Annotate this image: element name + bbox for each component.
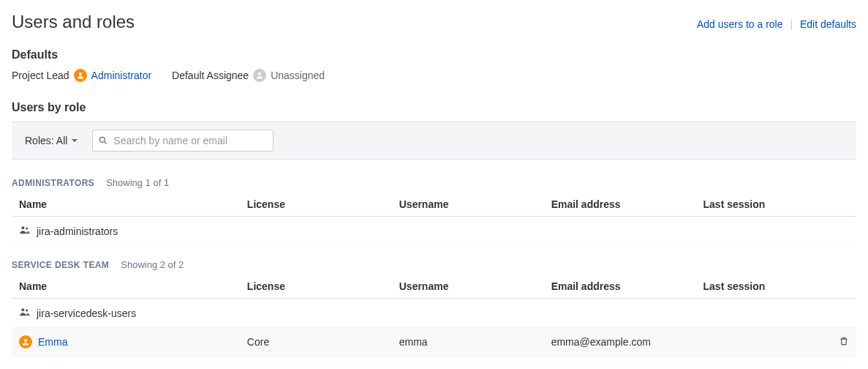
table-row: EmmaCoreemmaemma@example.com (12, 328, 856, 357)
row-email (544, 299, 696, 328)
roles-filter-dropdown[interactable]: Roles: All (20, 132, 82, 149)
search-input[interactable] (92, 130, 273, 152)
column-name: Name (12, 275, 240, 299)
group-icon (19, 306, 31, 320)
column-username: Username (392, 193, 544, 217)
table-row: jira-servicedesk-users (12, 299, 856, 328)
svg-point-0 (79, 72, 82, 75)
svg-point-6 (21, 308, 24, 311)
chevron-down-icon (72, 139, 78, 142)
row-session (696, 217, 823, 246)
column-actions (823, 275, 856, 299)
add-users-link[interactable]: Add users to a role (697, 18, 783, 30)
avatar-icon (19, 335, 32, 348)
role-group-title: ADMINISTRATORS (12, 178, 94, 188)
group-icon (19, 224, 31, 238)
role-group-title: SERVICE DESK TEAM (12, 260, 109, 270)
table-row: jira-administrators (12, 217, 856, 246)
project-lead-label: Project Lead (12, 70, 69, 81)
delete-icon[interactable] (839, 337, 849, 348)
row-username (392, 299, 544, 328)
svg-point-4 (21, 226, 24, 229)
row-username (392, 217, 544, 246)
column-license: License (240, 275, 392, 299)
svg-point-2 (100, 137, 105, 142)
role-group: SERVICE DESK TEAMShowing 2 of 2NameLicen… (12, 259, 856, 357)
role-group-header: ADMINISTRATORSShowing 1 of 1 (12, 177, 856, 188)
column-actions (823, 193, 856, 217)
row-email: emma@example.com (544, 328, 696, 357)
avatar-icon (74, 69, 87, 82)
separator: | (790, 18, 793, 30)
default-assignee-label: Default Assignee (172, 70, 249, 81)
role-table: NameLicenseUsernameEmail addressLast ses… (12, 275, 856, 357)
role-table: NameLicenseUsernameEmail addressLast ses… (12, 193, 856, 246)
row-name: jira-administrators (37, 225, 118, 237)
row-name: jira-servicedesk-users (37, 308, 136, 319)
column-name: Name (12, 193, 240, 217)
row-username: emma (392, 328, 544, 357)
user-link[interactable]: Emma (38, 336, 67, 348)
default-assignee-value: Unassigned (271, 70, 325, 81)
role-group-header: SERVICE DESK TEAMShowing 2 of 2 (12, 259, 856, 270)
default-assignee-item: Default Assignee Unassigned (172, 69, 325, 82)
svg-point-5 (26, 227, 28, 229)
page-title: Users and roles (12, 12, 135, 32)
row-license (240, 299, 392, 328)
column-session: Last session (696, 193, 823, 217)
column-session: Last session (696, 275, 823, 299)
search-icon (98, 135, 108, 146)
edit-defaults-link[interactable]: Edit defaults (800, 18, 856, 30)
column-email: Email address (544, 275, 696, 299)
header-actions: Add users to a role | Edit defaults (697, 18, 856, 30)
role-group-count: Showing 1 of 1 (106, 177, 169, 188)
users-by-role-heading: Users by role (12, 101, 856, 114)
avatar-icon (253, 69, 266, 82)
project-lead-user-link[interactable]: Administrator (91, 70, 151, 81)
svg-point-1 (258, 72, 261, 75)
role-group-count: Showing 2 of 2 (121, 259, 184, 270)
defaults-heading: Defaults (12, 48, 856, 61)
roles-filter-label: Roles: All (25, 135, 67, 146)
row-session (696, 299, 823, 328)
svg-point-8 (24, 339, 27, 342)
column-license: License (240, 193, 392, 217)
svg-point-7 (26, 309, 28, 311)
column-email: Email address (544, 193, 696, 217)
role-group: ADMINISTRATORSShowing 1 of 1NameLicenseU… (12, 177, 856, 246)
project-lead-item: Project Lead Administrator (12, 69, 151, 82)
svg-line-3 (105, 142, 107, 144)
row-email (544, 217, 696, 246)
defaults-row: Project Lead Administrator Default Assig… (12, 69, 856, 82)
row-session (696, 328, 823, 357)
filter-bar: Roles: All (12, 122, 856, 160)
row-license (240, 217, 392, 246)
column-username: Username (392, 275, 544, 299)
row-license: Core (240, 328, 392, 357)
